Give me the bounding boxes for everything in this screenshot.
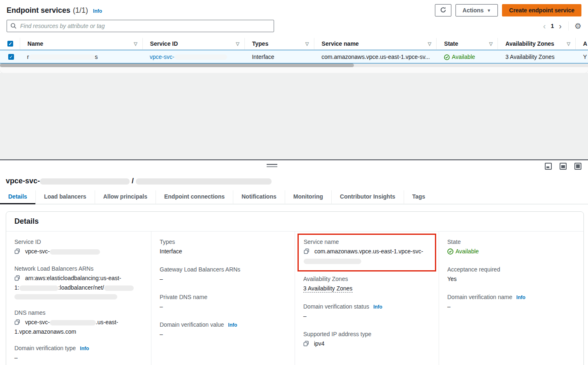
page-title: Endpoint services (7, 6, 70, 15)
field-domain-verification-value: Domain verification value Info – (160, 321, 286, 339)
endpoint-services-table: ✓ Name ▽ Service ID ▽ Types ▽ Service na… (0, 38, 588, 63)
actions-button[interactable]: Actions ▼ (456, 4, 498, 16)
table-card-bottom (0, 67, 588, 73)
horizontal-scrollbar[interactable] (0, 63, 588, 67)
panel-size-half-icon[interactable] (560, 163, 567, 170)
row-service-id-cell: vpce-svc- (142, 54, 244, 60)
next-page-button[interactable]: › (558, 22, 562, 30)
sort-icon[interactable]: ▽ (305, 41, 309, 47)
sort-icon[interactable]: ▽ (236, 41, 239, 47)
sort-icon[interactable]: ▽ (134, 41, 137, 47)
field-types: Types Interface (160, 239, 286, 256)
search-input[interactable] (7, 20, 274, 32)
pagination: ‹ 1 › ⚙ (542, 21, 581, 30)
detail-panel-title: vpce-svc- / (0, 174, 588, 190)
redacted-name (29, 54, 95, 60)
create-endpoint-service-button[interactable]: Create endpoint service (502, 4, 581, 16)
field-domain-verification-status: Domain verification status Info – (303, 303, 430, 321)
field-private-dns-name: Private DNS name – (160, 294, 286, 311)
settings-gear-icon[interactable]: ⚙ (574, 22, 581, 30)
prev-page-button[interactable]: ‹ (542, 22, 547, 30)
info-link[interactable]: Info (373, 304, 382, 310)
detail-tabs: Details Load balancers Allow principals … (0, 190, 588, 204)
tab-endpoint-connections[interactable]: Endpoint connections (156, 190, 233, 204)
table-header-row: ✓ Name ▽ Service ID ▽ Types ▽ Service na… (0, 38, 588, 50)
details-card-title: Details (6, 212, 583, 232)
row-checkbox[interactable]: ✓ (8, 54, 14, 60)
field-state: State Available (447, 239, 575, 256)
refresh-icon (440, 7, 446, 14)
state-badge: Available (456, 247, 479, 256)
panel-size-small-icon[interactable] (545, 163, 552, 170)
field-supported-ip-type: Supported IP address type ipv4 (303, 331, 430, 349)
redacted-value (50, 320, 96, 325)
column-header-service-name[interactable]: Service name ▽ (314, 38, 437, 49)
search-icon (10, 23, 17, 30)
drag-handle[interactable] (267, 164, 277, 167)
field-domain-verification-name: Domain verification name Info – (447, 294, 575, 311)
row-partial-cell: Y (576, 54, 588, 60)
copy-icon[interactable] (14, 248, 20, 257)
column-header-service-id[interactable]: Service ID ▽ (142, 38, 244, 49)
info-link[interactable]: Info (80, 346, 89, 351)
sort-icon[interactable]: ▽ (567, 41, 570, 47)
field-nlb-arns: Network Load Balancers ARNs arn:aws:elas… (14, 265, 143, 301)
scrollbar-thumb[interactable] (0, 63, 354, 67)
column-header-availability-zones[interactable]: Availability Zones ▽ (497, 38, 575, 49)
row-service-name-cell: com.amazonaws.vpce.us-east-1.vpce-sv... (314, 54, 437, 60)
divider (568, 21, 569, 30)
details-column-4: State Available Acceptance required Yes … (439, 232, 583, 365)
row-types-cell: Interface (244, 54, 314, 60)
tab-load-balancers[interactable]: Load balancers (35, 190, 95, 204)
tab-details[interactable]: Details (0, 190, 35, 204)
tab-allow-principals[interactable]: Allow principals (95, 190, 156, 204)
copy-icon[interactable] (304, 248, 309, 257)
column-header-partial[interactable]: A (575, 38, 588, 49)
current-page[interactable]: 1 (551, 23, 554, 29)
tab-contributor-insights[interactable]: Contributor Insights (331, 190, 404, 204)
redacted-value (14, 294, 117, 299)
redacted-value (50, 249, 100, 255)
copy-icon[interactable] (14, 275, 20, 283)
state-badge: Available (452, 54, 475, 60)
column-header-name[interactable]: Name ▽ (20, 38, 142, 49)
redacted-service-id (40, 178, 130, 185)
column-header-state[interactable]: State ▽ (436, 38, 497, 49)
redacted-service-id (174, 54, 227, 60)
sort-icon[interactable]: ▽ (489, 41, 493, 47)
split-panel-controls (0, 160, 588, 174)
refresh-button[interactable] (435, 4, 451, 16)
info-link[interactable]: Info (516, 295, 525, 300)
copy-icon[interactable] (14, 319, 20, 328)
tab-monitoring[interactable]: Monitoring (285, 190, 331, 204)
az-popover-link[interactable]: 3 Availability Zones (303, 285, 353, 292)
endpoint-services-panel: Endpoint services (1/1) Info Actions ▼ C… (0, 0, 588, 159)
page-info-link[interactable]: Info (93, 8, 102, 14)
redacted-service-name (136, 178, 272, 185)
table-row[interactable]: ✓ rs vpce-svc- Interface com.amazonaws.v… (0, 50, 588, 63)
service-id-link[interactable]: vpce-svc- (150, 54, 227, 60)
field-service-id: Service ID vpce-svc- (14, 239, 143, 257)
details-column-1: Service ID vpce-svc- Network Load Balanc… (6, 232, 151, 365)
page-background (0, 73, 588, 159)
filter-search (7, 20, 274, 32)
tab-notifications[interactable]: Notifications (233, 190, 285, 204)
select-all-checkbox[interactable]: ✓ (7, 41, 13, 47)
select-all-cell: ✓ (0, 38, 20, 49)
sort-icon[interactable]: ▽ (428, 41, 431, 47)
table-controls: ‹ 1 › ⚙ (0, 18, 588, 35)
row-name-cell: rs (20, 54, 142, 60)
chevron-down-icon: ▼ (487, 8, 491, 13)
info-link[interactable]: Info (228, 322, 237, 328)
page-header: Endpoint services (1/1) Info Actions ▼ C… (0, 0, 588, 18)
create-label: Create endpoint service (509, 7, 574, 14)
copy-icon[interactable] (303, 340, 309, 349)
redacted-value (19, 285, 58, 291)
field-glb-arns: Gateway Load Balancers ARNs – (160, 266, 286, 283)
tab-tags[interactable]: Tags (404, 190, 434, 204)
column-header-types[interactable]: Types ▽ (244, 38, 314, 49)
available-check-icon (444, 54, 450, 60)
details-column-3: Service name com.amazonaws.vpce.us-east-… (295, 232, 439, 365)
az-popover-link[interactable]: 3 Availability Zones (505, 54, 555, 60)
panel-size-full-icon[interactable] (574, 163, 581, 170)
